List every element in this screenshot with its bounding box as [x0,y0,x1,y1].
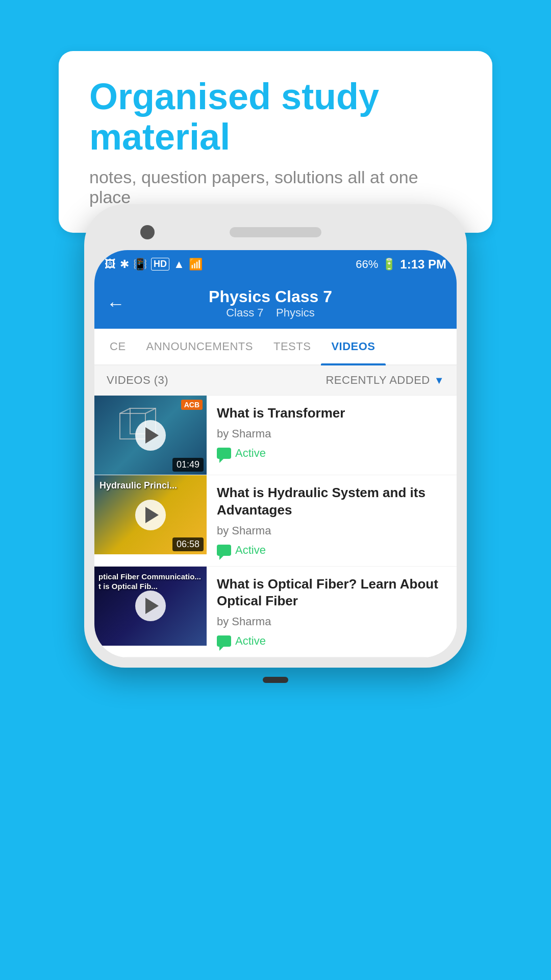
header-subject: Physics [276,306,315,319]
signal-icon: 📶 [189,258,203,271]
status-left: 🖼 ✱ 📳 HD ▲ 📶 [105,258,203,271]
video-duration-1: 01:49 [172,458,204,472]
optical-thumb-text: ptical Fiber Communicatio...t is Optical… [98,572,201,592]
app-header: ← Physics Class 7 Class 7 Physics [94,278,457,329]
home-button [263,677,288,683]
chat-icon-3 [217,635,231,647]
header-subtitle: Class 7 Physics [135,306,406,320]
video-count: VIDEOS (3) [107,374,168,387]
phone-top-bar [94,214,457,250]
header-title: Physics Class 7 [135,287,406,306]
video-author-1: by Sharma [217,427,446,440]
tab-announcements[interactable]: ANNOUNCEMENTS [136,329,263,364]
chat-icon-2 [217,545,231,556]
play-button-3[interactable] [135,591,166,621]
tab-ce[interactable]: CE [99,329,136,364]
video-status-2: Active [217,544,446,557]
video-item-2[interactable]: Hydraulic Princi... 06:58 What is Hydrau… [94,475,457,567]
status-label-1: Active [235,447,266,460]
vibrate-icon: 📳 [133,258,147,271]
filter-bar: VIDEOS (3) RECENTLY ADDED ▼ [94,365,457,396]
sort-button[interactable]: RECENTLY ADDED ▼ [325,374,444,387]
video-thumb-3: ptical Fiber Communicatio...t is Optical… [94,567,207,646]
tab-tests[interactable]: TESTS [263,329,321,364]
chevron-down-icon: ▼ [434,375,444,386]
video-author-2: by Sharma [217,524,446,537]
sort-label: RECENTLY ADDED [325,374,430,387]
bubble-subtitle: notes, question papers, solutions all at… [89,167,462,207]
svg-line-2 [120,408,130,413]
speaker [230,227,321,237]
video-thumb-1: ACB 01:49 [94,396,207,475]
video-list: ACB 01:49 What is Transformer by Sharma … [94,396,457,657]
status-right: 66% 🔋 1:13 PM [356,257,446,272]
play-triangle-icon-3 [145,598,159,614]
play-triangle-icon [145,427,159,444]
video-item-3[interactable]: ptical Fiber Communicatio...t is Optical… [94,567,457,658]
phone-screen: 🖼 ✱ 📳 HD ▲ 📶 66% 🔋 1:13 PM ← Physics Cla [94,250,457,657]
bluetooth-icon: ✱ [120,258,129,271]
video-thumb-2: Hydraulic Princi... 06:58 [94,475,207,554]
wifi-icon: ▲ [173,258,185,271]
time-display: 1:13 PM [400,257,446,272]
hd-badge: HD [151,258,169,271]
status-bar: 🖼 ✱ 📳 HD ▲ 📶 66% 🔋 1:13 PM [94,250,457,278]
video-info-2: What is Hydraulic System and its Advanta… [207,475,457,566]
header-title-wrap: Physics Class 7 Class 7 Physics [135,287,406,320]
hydraulic-thumb-text: Hydraulic Princi... [99,480,177,492]
status-label-3: Active [235,634,266,648]
acb-label: ACB [181,400,203,410]
status-label-2: Active [235,544,266,557]
svg-line-3 [145,408,156,413]
play-triangle-icon-2 [145,507,159,523]
tab-bar: CE ANNOUNCEMENTS TESTS VIDEOS [94,329,457,365]
play-button-2[interactable] [135,500,166,530]
battery-percent: 66% [356,258,378,271]
bubble-title: Organised study material [89,77,462,157]
phone-wrapper: 🖼 ✱ 📳 HD ▲ 📶 66% 🔋 1:13 PM ← Physics Cla [84,204,467,668]
image-icon: 🖼 [105,258,116,271]
video-info-1: What is Transformer by Sharma Active [207,396,457,469]
back-button[interactable]: ← [107,293,125,314]
play-button-1[interactable] [135,420,166,451]
video-title-1: What is Transformer [217,405,446,422]
video-item-1[interactable]: ACB 01:49 What is Transformer by Sharma … [94,396,457,475]
video-status-1: Active [217,447,446,460]
video-title-2: What is Hydraulic System and its Advanta… [217,484,446,519]
camera [140,225,155,239]
header-class: Class 7 [226,306,263,319]
video-info-3: What is Optical Fiber? Learn About Optic… [207,567,457,657]
video-status-3: Active [217,634,446,648]
video-author-3: by Sharma [217,615,446,628]
tab-videos[interactable]: VIDEOS [321,329,385,364]
video-duration-2: 06:58 [172,537,204,551]
phone-outer: 🖼 ✱ 📳 HD ▲ 📶 66% 🔋 1:13 PM ← Physics Cla [84,204,467,668]
video-title-3: What is Optical Fiber? Learn About Optic… [217,576,446,610]
battery-icon: 🔋 [382,258,396,271]
chat-icon-1 [217,448,231,459]
